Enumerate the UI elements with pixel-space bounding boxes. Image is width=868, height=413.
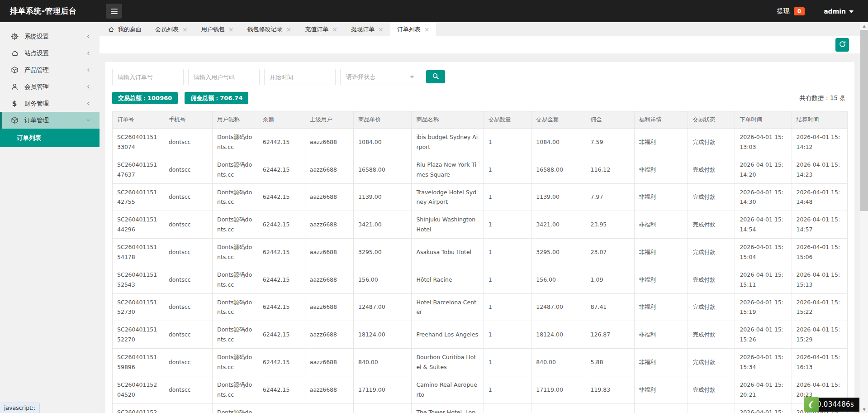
cell-trade-amount: 1084.00 — [531, 129, 586, 156]
cell-order-no: SC26040115204520 — [113, 376, 164, 403]
cell-nickname: Donts源码donts.cc — [213, 239, 258, 266]
cell-product-name: Riu Plaza New York Times Square — [412, 156, 484, 183]
cell-nickname: Donts源码donts.cc — [213, 266, 258, 293]
cell-trade-status: 完成付款 — [688, 156, 735, 183]
cell-order-time: 2026-04-01 15:15:26 — [735, 321, 792, 349]
search-button[interactable] — [426, 70, 445, 83]
cell-trade-status: 完成付款 — [688, 293, 735, 321]
cell-trade-amount: 840.00 — [531, 349, 586, 376]
cell-order-no: SC26040115152270 — [113, 321, 164, 349]
withdraw-link[interactable]: 提现 0 — [777, 7, 805, 15]
cell-phone: dontscc — [164, 376, 212, 403]
cell-unit-price: 7098.00 — [354, 403, 412, 413]
cell-balance: 62442.15 — [258, 403, 305, 413]
table-row: SC26040115154178dontsccDonts源码donts.cc62… — [113, 239, 848, 266]
table-row: SC26040115152270dontsccDonts源码donts.cc62… — [113, 321, 848, 349]
sidebar-item-product-management[interactable]: 产品管理 — [0, 62, 100, 78]
cell-unit-price: 840.00 — [354, 349, 412, 376]
framework-logo-icon[interactable] — [804, 397, 819, 412]
tab-close-icon[interactable]: × — [286, 26, 291, 33]
user-menu[interactable]: admin — [824, 8, 854, 15]
sidebar-item-finance-management[interactable]: $财务管理 — [0, 95, 100, 112]
column-header: 余额 — [258, 111, 305, 129]
table-row: SC26040115144296dontsccDonts源码donts.cc62… — [113, 211, 848, 239]
sidebar-item-order-management[interactable]: 订单管理 — [0, 112, 100, 129]
tab-wallet-log[interactable]: 钱包修改记录× — [240, 22, 298, 36]
tab-order-list[interactable]: 订单列表× — [390, 22, 436, 36]
tab-close-icon[interactable]: × — [332, 26, 337, 33]
tab-bar: 我的桌面会员列表×用户钱包×钱包修改记录×充值订单×提现订单×订单列表× — [100, 22, 860, 36]
cell-product-name: Hôtel Racine — [412, 266, 484, 293]
cell-nickname: Donts源码donts.cc — [213, 403, 258, 413]
tab-user-wallet[interactable]: 用户钱包× — [194, 22, 241, 36]
tab-my-desktop[interactable]: 我的桌面 — [101, 22, 148, 36]
cell-order-time: 2026-04-01 15:14:30 — [735, 183, 792, 211]
cube-icon — [10, 66, 19, 74]
cell-commission: 7.97 — [586, 183, 634, 211]
cell-trade-amount: 12487.00 — [531, 293, 586, 321]
sidebar-item-member-management[interactable]: 会员管理 — [0, 78, 100, 95]
sidebar: 系统设置站点设置产品管理会员管理$财务管理订单管理订单列表 — [0, 22, 100, 413]
tab-close-icon[interactable]: × — [228, 26, 234, 33]
cell-phone: dontscc — [164, 266, 212, 293]
column-header: 商品单价 — [354, 111, 412, 129]
user-no-input[interactable] — [188, 69, 260, 85]
cell-trade-amount: 7098.00 — [531, 403, 586, 413]
hamburger-icon — [111, 9, 118, 14]
status-select-value: 请选择状态 — [346, 73, 375, 81]
scroll-down-arrow-icon[interactable]: ▼ — [860, 406, 868, 413]
cell-commission: 126.87 — [586, 321, 634, 349]
cell-trade-status: 完成付款 — [688, 376, 735, 403]
chevron-left-icon — [85, 50, 91, 56]
column-header: 福利详情 — [634, 111, 688, 129]
cell-unit-price: 17119.00 — [354, 376, 412, 403]
status-select[interactable]: 请选择状态 — [340, 69, 420, 85]
sidebar-subitem-label: 订单列表 — [17, 134, 41, 142]
topbar-right: 提现 0 admin — [777, 7, 868, 15]
cell-phone: dontscc — [164, 211, 212, 239]
menu-toggle-button[interactable] — [106, 4, 122, 19]
tab-label: 会员列表 — [155, 25, 179, 34]
scrollbar-thumb[interactable] — [860, 30, 868, 211]
cell-quantity: 1 — [484, 211, 531, 239]
tab-withdraw-orders[interactable]: 提现订单× — [344, 22, 390, 36]
sidebar-item-system-settings[interactable]: 系统设置 — [0, 28, 100, 45]
cell-trade-amount: 3295.00 — [531, 239, 586, 266]
link-status-bubble: javascript:; — [0, 403, 40, 413]
cell-welfare: 非福利 — [634, 156, 688, 183]
cell-product-name: The Tower Hotel, London — [412, 403, 484, 413]
cell-product-name: Bourbon Curitiba Hotel & Suítes — [412, 349, 484, 376]
withdraw-badge: 0 — [794, 7, 805, 15]
column-header: 佣金 — [586, 111, 634, 129]
column-header: 商品名称 — [412, 111, 484, 129]
sidebar-item-label: 产品管理 — [24, 66, 49, 74]
scroll-up-arrow-icon[interactable]: ▲ — [860, 22, 868, 29]
cell-welfare: 非福利 — [634, 403, 688, 413]
tab-recharge-orders[interactable]: 充值订单× — [298, 22, 344, 36]
cell-parent-user: aazz6688 — [305, 321, 353, 349]
tab-label: 我的桌面 — [118, 25, 142, 34]
vertical-scrollbar[interactable]: ▲ ▼ — [860, 22, 868, 413]
refresh-button[interactable] — [835, 38, 849, 52]
start-time-input[interactable] — [264, 69, 336, 85]
sidebar-subitem-order-list[interactable]: 订单列表 — [0, 129, 100, 147]
cell-phone: dontscc — [164, 349, 212, 376]
chevron-down-icon — [85, 117, 91, 123]
column-header: 手机号 — [164, 111, 212, 129]
tab-close-icon[interactable]: × — [182, 26, 188, 33]
sidebar-item-site-settings[interactable]: 站点设置 — [0, 45, 100, 62]
tab-close-icon[interactable]: × — [424, 26, 430, 33]
chevron-down-icon — [410, 76, 414, 78]
cell-unit-price: 16588.00 — [354, 156, 412, 183]
sidebar-item-label: 财务管理 — [24, 100, 49, 108]
tab-member-list[interactable]: 会员列表× — [148, 22, 194, 36]
chevron-left-icon — [85, 67, 91, 73]
cell-product-name: Hotel Barcelona Center — [412, 293, 484, 321]
cell-quantity: 1 — [484, 183, 531, 211]
cell-nickname: Donts源码donts.cc — [213, 376, 258, 403]
cell-product-name: Camino Real Aeropuerto — [412, 376, 484, 403]
cell-phone: dontscc — [164, 156, 212, 183]
order-no-input[interactable] — [112, 69, 184, 85]
cell-order-no: SC26040115159896 — [113, 349, 164, 376]
tab-close-icon[interactable]: × — [378, 26, 384, 33]
